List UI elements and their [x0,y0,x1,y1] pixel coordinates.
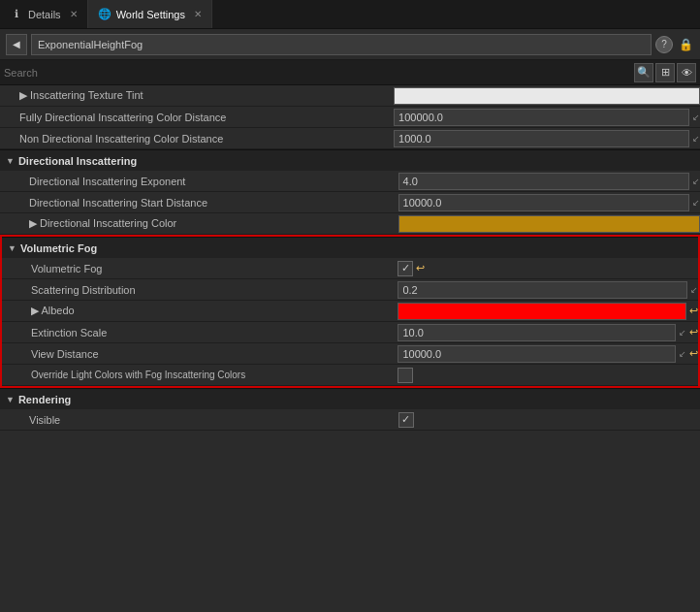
prop-label-dir-color: ▶ Directional Inscattering Color [29,217,398,230]
dir-start-dist-value[interactable]: 10000.0 [398,194,689,211]
section-rendering[interactable]: ▼ Rendering [0,388,700,409]
prop-row-vfog-enable: Volumetric Fog ↩ [2,258,698,279]
tab-details-close[interactable]: ✕ [70,9,78,19]
properties-panel: ▶ Inscattering Texture Tint Fully Direct… [0,85,700,431]
prop-label-dir-start-dist: Directional Inscattering Start Distance [29,197,398,209]
prop-label-view-dist: View Distance [31,348,398,360]
prop-label-dir-exponent: Directional Inscattering Exponent [29,176,398,187]
section-directional-inscattering[interactable]: ▼ Directional Inscattering [0,149,700,171]
albedo-reset[interactable]: ↩ [689,305,698,317]
inscattering-tint-swatch[interactable] [394,87,700,105]
prop-value-dir-exponent: 4.0 ↙ [398,173,700,190]
prop-label-extinction: Extinction Scale [31,327,398,338]
tab-world-settings[interactable]: 🌐 World Settings ✕ [88,0,212,28]
albedo-swatch[interactable] [398,303,686,320]
prop-value-override-light [398,368,698,383]
prop-row-non-directional: Non Directional Inscattering Color Dista… [0,128,700,149]
toolbar: ◀ ExponentialHeightFog ? 🔒 [0,29,700,60]
prop-value-dir-start-dist: 10000.0 ↙ [398,194,700,211]
extinction-drag[interactable]: ↙ [679,328,686,338]
help-button[interactable]: ? [655,36,673,53]
prop-label-visible: Visible [29,414,398,426]
fully-directional-drag[interactable]: ↙ [692,113,700,122]
prop-value-non-directional: 1000.0 ↙ [394,130,700,147]
vfog-enable-checkbox[interactable] [398,261,413,276]
rendering-label: Rendering [18,394,71,405]
entity-dropdown[interactable]: ExponentialHeightFog [31,34,652,55]
directional-inscattering-label: Directional Inscattering [18,155,137,167]
prop-value-dir-color [398,215,700,233]
rendering-arrow: ▼ [6,395,15,404]
search-bar: 🔍 ⊞ 👁 [0,60,700,85]
prop-row-dir-exponent: Directional Inscattering Exponent 4.0 ↙ [0,171,700,192]
view-dist-value[interactable]: 10000.0 [398,345,676,363]
prop-value-extinction: 10.0 ↙ ↩ [398,324,698,341]
prop-label-albedo: ▶ Albedo [31,305,398,317]
prop-row-albedo: ▶ Albedo ↩ [2,301,698,322]
lock-button[interactable]: 🔒 [677,36,694,53]
view-dist-drag[interactable]: ↙ [679,349,686,359]
override-light-checkbox[interactable] [398,368,413,383]
extinction-value[interactable]: 10.0 [398,324,676,341]
scattering-dist-value[interactable]: 0.2 [398,281,687,299]
prop-value-inscattering-tint [394,87,700,105]
prop-row-visible: Visible [0,409,700,431]
volumetric-fog-label: Volumetric Fog [20,242,97,254]
prop-row-override-light: Override Light Colors with Fog Inscatter… [2,365,698,386]
tab-details-label: Details [28,9,61,20]
details-icon: ℹ [10,8,23,21]
non-directional-drag[interactable]: ↙ [692,134,700,144]
prop-label-scattering-dist: Scattering Distribution [31,284,398,296]
prop-label-non-directional: Non Directional Inscattering Color Dista… [19,133,394,145]
visible-checkbox[interactable] [398,412,414,428]
prop-value-fully-directional: 100000.0 ↙ [394,109,700,126]
grid-view-button[interactable]: ⊞ [655,63,675,82]
prop-value-view-dist: 10000.0 ↙ ↩ [398,345,698,363]
tab-world-settings-close[interactable]: ✕ [194,9,202,19]
tab-bar: ℹ Details ✕ 🌐 World Settings ✕ [0,0,700,29]
prop-value-scattering-dist: 0.2 ↙ [398,281,698,299]
section-volumetric-fog[interactable]: ▼ Volumetric Fog [2,237,698,258]
prop-value-vfog-enable: ↩ [398,261,698,276]
tab-details[interactable]: ℹ Details ✕ [0,0,88,28]
volumetric-fog-arrow: ▼ [8,243,16,253]
directional-inscattering-arrow: ▼ [6,156,15,166]
entity-name: ExponentialHeightFog [38,39,143,50]
prop-row-view-dist: View Distance 10000.0 ↙ ↩ [2,343,698,365]
prop-row-scattering-dist: Scattering Distribution 0.2 ↙ [2,279,698,301]
fully-directional-value[interactable]: 100000.0 [394,109,689,126]
prop-row-dir-color: ▶ Directional Inscattering Color [0,213,700,235]
volumetric-fog-section: ▼ Volumetric Fog Volumetric Fog ↩ Scatte… [0,235,700,388]
non-directional-value[interactable]: 1000.0 [394,130,689,147]
world-settings-icon: 🌐 [98,8,111,21]
prop-label-override-light: Override Light Colors with Fog Inscatter… [31,370,398,380]
prop-label-fully-directional: Fully Directional Inscattering Color Dis… [19,112,394,123]
prop-value-albedo: ↩ [398,303,698,320]
view-dist-reset[interactable]: ↩ [689,347,698,360]
prop-row-fully-directional: Fully Directional Inscattering Color Dis… [0,107,700,128]
tab-world-settings-label: World Settings [116,9,185,20]
prop-row-inscattering-tint: ▶ Inscattering Texture Tint [0,85,700,107]
scattering-dist-drag[interactable]: ↙ [690,285,698,295]
dir-exponent-value[interactable]: 4.0 [398,173,689,190]
prop-row-extinction: Extinction Scale 10.0 ↙ ↩ [2,322,698,343]
dir-exponent-drag[interactable]: ↙ [692,177,700,186]
search-input[interactable] [4,67,630,79]
prop-label-inscattering-tint: ▶ Inscattering Texture Tint [19,89,394,102]
prop-value-visible [398,412,700,428]
extinction-reset[interactable]: ↩ [689,326,698,338]
prop-label-vfog-enable: Volumetric Fog [31,263,398,274]
eye-button[interactable]: 👁 [677,63,696,82]
dir-start-dist-drag[interactable]: ↙ [692,198,700,208]
vfog-enable-reset[interactable]: ↩ [416,262,425,274]
prop-row-dir-start-dist: Directional Inscattering Start Distance … [0,192,700,213]
dir-color-swatch[interactable] [398,215,700,233]
nav-back-button[interactable]: ◀ [6,34,27,55]
search-icon-button[interactable]: 🔍 [634,63,653,82]
search-buttons: 🔍 ⊞ 👁 [634,63,696,82]
